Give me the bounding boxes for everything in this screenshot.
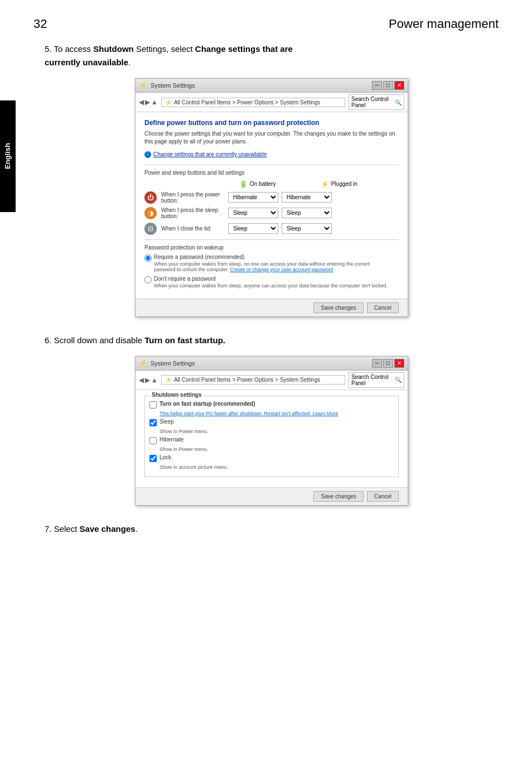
win-controls-1[interactable]: ─ □ ✕	[372, 81, 404, 90]
pluggedin-col: ⚡ Plugged in	[321, 180, 357, 188]
require-password-radio[interactable]	[144, 254, 152, 262]
page-title: Power management	[389, 17, 499, 31]
power-row-icon-2: ⊟	[144, 223, 157, 235]
win-controls-2[interactable]: ─ □ ✕	[372, 359, 404, 368]
search-icon-1: 🔍	[395, 99, 402, 105]
cancel-button-dialog-2[interactable]: Cancel	[367, 491, 399, 502]
cancel-button-dialog-1[interactable]: Cancel	[367, 302, 399, 313]
address-icon-2: ⚡	[165, 377, 172, 383]
shutdown-word: Shutdown	[93, 44, 133, 54]
hibernate-label[interactable]: Hibernate	[159, 436, 183, 443]
fast-startup-checkbox[interactable]	[149, 401, 157, 409]
dialog-footer-2: Save changes Cancel	[136, 487, 408, 505]
battery-col: 🔋 On battery	[239, 180, 276, 188]
forward-arrow-1[interactable]: ▶	[145, 98, 150, 106]
battery-icon: 🔋	[239, 180, 248, 188]
address-path-1: ⚡ All Control Panel Items > Power Option…	[161, 98, 345, 107]
save-changes-button-2[interactable]: Save changes	[313, 491, 363, 502]
save-changes-bold: Save changes	[80, 524, 136, 534]
step-5-text: 5. To access Shutdown Settings, select C…	[45, 42, 499, 69]
save-changes-button-1[interactable]: Save changes	[313, 302, 363, 313]
step-7: 7. Select Save changes.	[45, 522, 499, 536]
shutdown-section-title: Shutdown settings	[149, 392, 204, 398]
require-password-title: Require a password (recommended)	[154, 254, 370, 260]
page-number: 32	[33, 17, 47, 31]
dialog-icon-1: ⚡	[139, 81, 147, 89]
search-icon-2: 🔍	[395, 377, 402, 383]
password-heading: Password protection on wakeup	[144, 244, 399, 251]
shutdown-fieldset: Shutdown settings Turn on fast startup (…	[144, 396, 399, 477]
battery-select-0[interactable]: Hibernate Sleep Shut down Do nothing	[228, 192, 278, 203]
hibernate-checkbox[interactable]	[149, 437, 157, 444]
pluggedin-select-1[interactable]: Sleep Hibernate Shut down Do nothing	[282, 208, 332, 218]
close-button-1[interactable]: ✕	[394, 81, 404, 90]
dialog-subtext-1: Choose the power settings that you want …	[144, 130, 399, 146]
search-box-1[interactable]: Search Control Panel 🔍	[349, 94, 404, 110]
step-6: 6. Scroll down and disable Turn on fast …	[45, 334, 499, 506]
create-password-link[interactable]: Create or change your user account passw…	[230, 267, 333, 272]
dialog-title-1: System Settings	[151, 82, 195, 89]
close-button-2[interactable]: ✕	[394, 359, 404, 368]
dont-require-title: Don't require a password	[154, 276, 388, 282]
power-row-2: ⊟ When I close the lid: Sleep Hibernate …	[144, 223, 399, 235]
pluggedin-label: Plugged in	[331, 181, 357, 187]
battery-select-2[interactable]: Sleep Hibernate Shut down Do nothing	[228, 223, 278, 234]
change-settings-bold: Change settings that arecurrently unavai…	[45, 44, 293, 67]
password-section: Password protection on wakeup Require a …	[144, 239, 399, 289]
lock-checkbox[interactable]	[149, 455, 157, 462]
step-5: 5. To access Shutdown Settings, select C…	[45, 42, 499, 317]
power-row-icon-1: ◑	[144, 207, 157, 219]
system-settings-dialog-1: ⚡ System Settings ─ □ ✕ ◀ ▶ ▲ ⚡ Al	[135, 78, 408, 317]
change-link-text: Change settings that are currently unava…	[153, 151, 267, 157]
sleep-checkbox[interactable]	[149, 419, 157, 426]
require-password-label[interactable]: Require a password (recommended) When yo…	[144, 254, 399, 272]
shutdown-body: Shutdown settings Turn on fast startup (…	[136, 390, 408, 487]
require-password-text: Require a password (recommended) When yo…	[154, 254, 370, 272]
back-arrow-1[interactable]: ◀	[139, 98, 144, 106]
search-placeholder-2: Search Control Panel	[351, 374, 395, 386]
nav-arrows-1: ◀ ▶ ▲	[139, 98, 158, 106]
power-row-label-1: When I press the sleep button:	[161, 207, 228, 219]
titlebar-1: ⚡ System Settings ─ □ ✕	[136, 79, 408, 93]
require-password-detail: When your computer wakes from sleep, no …	[154, 261, 370, 272]
maximize-button-2[interactable]: □	[383, 359, 393, 368]
up-arrow-2[interactable]: ▲	[151, 376, 158, 384]
title-text-2: ⚡ System Settings	[139, 359, 195, 367]
power-row-label-0: When I press the power button:	[161, 191, 228, 204]
power-row-icon-0: ⏻	[144, 191, 157, 204]
forward-arrow-2[interactable]: ▶	[145, 376, 150, 384]
maximize-button-1[interactable]: □	[383, 81, 393, 90]
power-sleep-label: Power and sleep buttons and lid settings	[144, 170, 399, 176]
fast-startup-detail: This helps start your PC faster after sh…	[159, 411, 394, 416]
battery-label: On battery	[250, 181, 276, 187]
address-text-2: All Control Panel Items > Power Options …	[174, 377, 320, 383]
minimize-button-1[interactable]: ─	[372, 81, 382, 90]
fast-startup-label[interactable]: Turn on fast startup (recommended)	[159, 401, 255, 407]
back-arrow-2[interactable]: ◀	[139, 376, 144, 384]
dont-require-radio[interactable]	[144, 276, 152, 284]
up-arrow-1[interactable]: ▲	[151, 98, 158, 106]
search-box-2[interactable]: Search Control Panel 🔍	[349, 372, 404, 388]
search-placeholder-1: Search Control Panel	[351, 96, 395, 108]
power-row-0: ⏻ When I press the power button: Hiberna…	[144, 191, 399, 204]
lock-row: Lock	[149, 454, 394, 462]
battery-select-1[interactable]: Sleep Hibernate Shut down Do nothing	[228, 208, 278, 218]
page-header: 32 Power management	[0, 0, 532, 42]
minimize-button-2[interactable]: ─	[372, 359, 382, 368]
battery-header: 🔋 On battery ⚡ Plugged in	[239, 180, 399, 188]
pluggedin-select-0[interactable]: Hibernate Sleep Shut down Do nothing	[282, 192, 332, 203]
lock-label[interactable]: Lock	[159, 454, 171, 460]
sleep-label[interactable]: Sleep	[159, 419, 174, 425]
power-row-1: ◑ When I press the sleep button: Sleep H…	[144, 207, 399, 219]
nav-arrows-2: ◀ ▶ ▲	[139, 376, 158, 384]
pluggedin-select-2[interactable]: Sleep Hibernate Shut down Do nothing	[282, 223, 332, 234]
addressbar-2: ◀ ▶ ▲ ⚡ All Control Panel Items > Power …	[136, 371, 408, 390]
address-text-1: All Control Panel Items > Power Options …	[174, 99, 320, 105]
change-link[interactable]: i Change settings that are currently una…	[144, 151, 267, 158]
title-text-1: ⚡ System Settings	[139, 81, 195, 89]
hibernate-detail: Show in Power menu.	[159, 446, 394, 452]
dont-require-label[interactable]: Don't require a password When your compu…	[144, 276, 399, 289]
system-settings-dialog-2: ⚡ System Settings ─ □ ✕ ◀ ▶ ▲ ⚡ Al	[135, 356, 408, 506]
lock-detail: Show in account picture menu.	[159, 464, 394, 470]
fast-startup-row: Turn on fast startup (recommended)	[149, 401, 394, 409]
